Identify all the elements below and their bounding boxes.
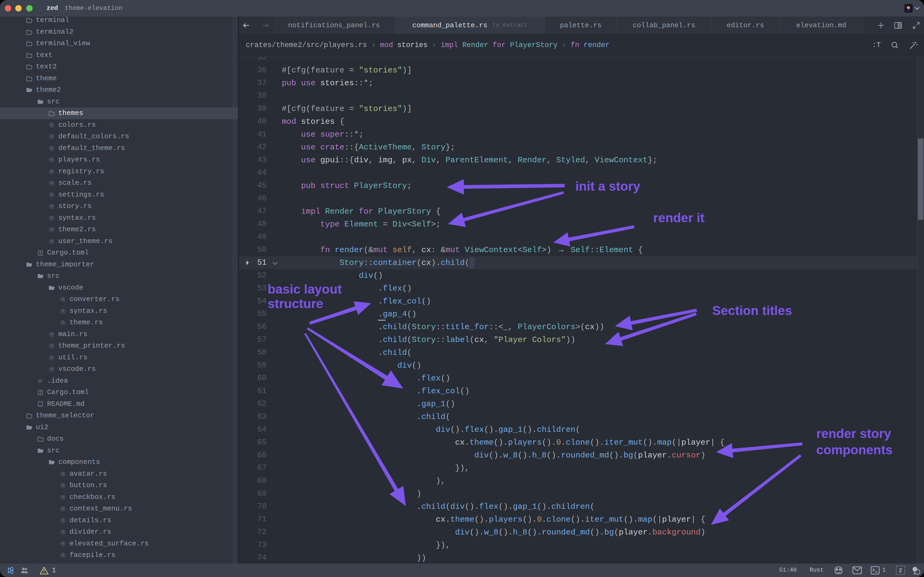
svg-text:R: R (50, 123, 53, 127)
svg-text:R: R (62, 495, 64, 499)
svg-text:R: R (50, 240, 53, 243)
svg-text:R: R (50, 367, 53, 371)
svg-text:R: R (50, 333, 53, 336)
svg-text:R: R (50, 356, 53, 359)
svg-text:R: R (50, 216, 53, 220)
svg-text:R: R (62, 472, 64, 476)
svg-text:R: R (50, 158, 53, 162)
svg-text:R: R (50, 181, 53, 185)
svg-text:R: R (50, 205, 53, 208)
svg-text:T: T (39, 251, 42, 255)
svg-text:T: T (39, 391, 42, 395)
svg-text:R: R (62, 530, 64, 534)
svg-text:R: R (50, 135, 53, 139)
svg-text:R: R (62, 553, 64, 557)
svg-text:R: R (62, 298, 64, 301)
svg-text:R: R (50, 147, 53, 150)
svg-text:R: R (62, 484, 64, 487)
svg-text:Z: Z (899, 567, 902, 573)
svg-text:R: R (62, 519, 64, 522)
svg-text:R: R (62, 321, 64, 325)
svg-text:R: R (62, 507, 64, 511)
svg-text:R: R (50, 170, 53, 174)
svg-text:R: R (50, 228, 53, 232)
svg-text:R: R (62, 309, 64, 313)
svg-text:R: R (50, 193, 53, 197)
svg-text:R: R (62, 542, 64, 546)
svg-text:R: R (50, 344, 53, 348)
